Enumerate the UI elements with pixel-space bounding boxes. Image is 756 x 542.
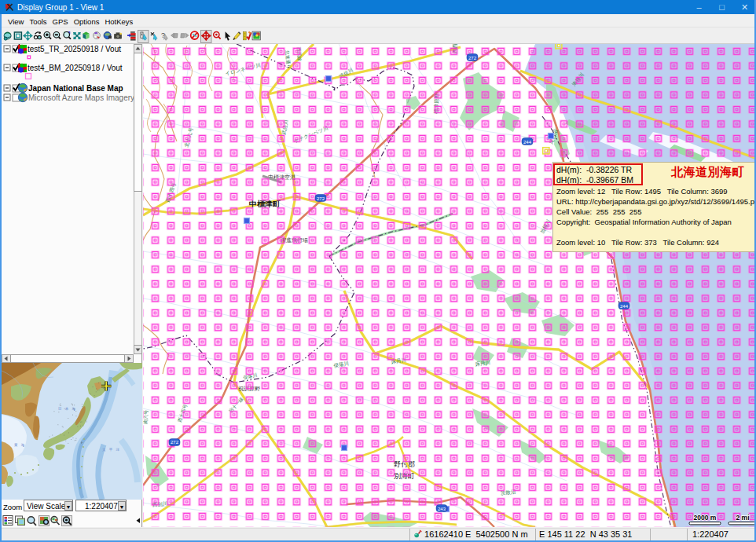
svg-text:272: 272 (317, 196, 325, 201)
svg-text:Japan National Base Map: Japan National Base Map (28, 84, 123, 93)
svg-text:日 本 海: 日 本 海 (58, 407, 77, 411)
svg-text:244: 244 (620, 304, 629, 309)
svg-text:太 平 洋: 太 平 洋 (102, 448, 121, 452)
svg-text:2 mi: 2 mi (736, 514, 749, 522)
svg-text:2000 m: 2000 m (694, 514, 717, 522)
svg-text:黄 海: 黄 海 (14, 443, 26, 447)
svg-text:272: 272 (468, 56, 477, 60)
svg-text:243: 243 (438, 507, 446, 511)
svg-text:test5_TR_20250918 / Vout: test5_TR_20250918 / Vout (28, 45, 121, 53)
svg-text:272: 272 (171, 440, 179, 445)
svg-text:244: 244 (523, 140, 532, 145)
svg-text:test4_BM_20250918 / Vout: test4_BM_20250918 / Vout (28, 64, 123, 72)
svg-text:Microsoft Azure Maps Imagery: Microsoft Azure Maps Imagery (28, 93, 134, 102)
